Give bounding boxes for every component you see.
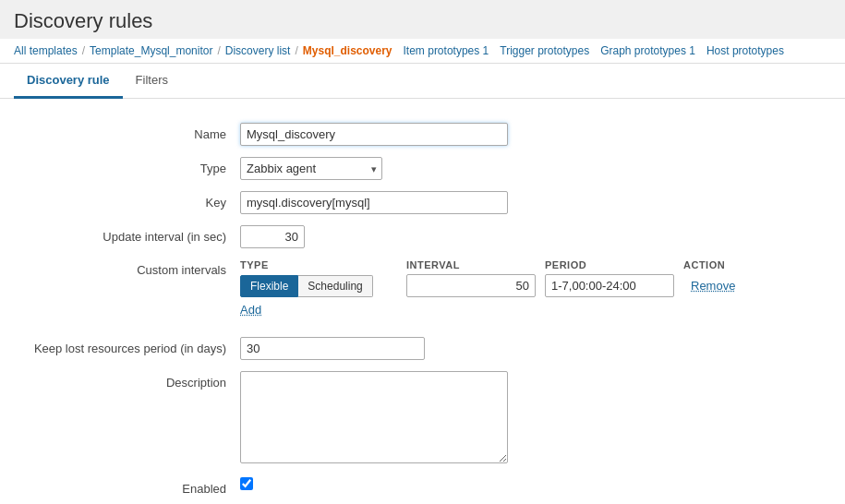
ci-header-interval: INTERVAL [406, 259, 545, 270]
type-control-wrap: Zabbix agent Zabbix agent (active) Simpl… [240, 157, 827, 180]
breadcrumb-discovery-list[interactable]: Discovery list [225, 44, 291, 57]
name-row: Name [18, 117, 827, 151]
page-header: Discovery rules [0, 0, 845, 39]
update-interval-label: Update interval (in sec) [18, 225, 240, 244]
keep-lost-input[interactable] [240, 337, 425, 360]
add-link[interactable]: Add [240, 303, 261, 317]
update-interval-row: Update interval (in sec) [18, 220, 827, 254]
ci-type-buttons: Flexible Scheduling [240, 275, 406, 297]
keep-lost-row: Keep lost resources period (in days) [18, 331, 827, 366]
description-input[interactable] [240, 371, 508, 463]
keep-lost-label: Keep lost resources period (in days) [18, 337, 240, 355]
type-select-wrap: Zabbix agent Zabbix agent (active) Simpl… [240, 157, 382, 180]
ci-row-0: Flexible Scheduling Remove [240, 274, 827, 297]
enabled-checkbox[interactable] [240, 477, 253, 490]
add-link-wrap: Add [240, 297, 827, 317]
breadcrumb-sep1: / [82, 44, 85, 57]
type-label: Type [18, 157, 240, 175]
ci-period-input[interactable] [545, 274, 674, 297]
enabled-label: Enabled [18, 477, 240, 496]
custom-intervals-control-wrap: TYPE INTERVAL PERIOD ACTION Flexible Sch… [240, 259, 827, 317]
name-control-wrap [240, 123, 827, 146]
custom-intervals-row: Custom intervals TYPE INTERVAL PERIOD AC… [18, 254, 827, 322]
ci-header-type: TYPE [240, 259, 406, 270]
name-label: Name [18, 123, 240, 141]
ci-action-wrap: Remove [683, 279, 735, 293]
breadcrumb-sep3: / [295, 44, 297, 57]
type-row: Type Zabbix agent Zabbix agent (active) … [18, 151, 827, 186]
breadcrumb-host-prototypes[interactable]: Host prototypes [706, 44, 784, 57]
update-interval-control-wrap [240, 225, 827, 248]
key-row: Key [18, 186, 827, 220]
breadcrumb-current: Mysql_discovery [303, 44, 392, 57]
breadcrumb-trigger-prototypes[interactable]: Trigger prototypes [500, 44, 589, 57]
breadcrumb: All templates / Template_Mysql_monitor /… [0, 39, 845, 64]
breadcrumb-item-prototypes[interactable]: Item prototypes 1 [404, 44, 489, 57]
tabs-bar: Discovery rule Filters [0, 64, 845, 99]
enabled-control-wrap [240, 477, 827, 490]
breadcrumb-sep2: / [217, 44, 220, 57]
btn-scheduling[interactable]: Scheduling [298, 275, 372, 297]
ci-interval-wrap [406, 274, 545, 297]
breadcrumb-graph-prototypes[interactable]: Graph prototypes 1 [600, 44, 695, 57]
breadcrumb-template[interactable]: Template_Mysql_monitor [90, 44, 212, 57]
ci-period-wrap [545, 274, 683, 297]
enabled-row: Enabled [18, 472, 827, 501]
description-row: Description [18, 366, 827, 472]
ci-header-period: PERIOD [545, 259, 683, 270]
key-input[interactable] [240, 191, 508, 214]
btn-flexible[interactable]: Flexible [240, 275, 298, 297]
key-control-wrap [240, 191, 827, 214]
name-input[interactable] [240, 123, 508, 146]
tab-filters[interactable]: Filters [123, 64, 181, 99]
form-container: Name Type Zabbix agent Zabbix agent (act… [0, 99, 845, 504]
ci-interval-input[interactable] [406, 274, 536, 297]
type-select[interactable]: Zabbix agent Zabbix agent (active) Simpl… [240, 157, 382, 180]
keep-lost-control-wrap [240, 337, 827, 360]
ci-header-action: ACTION [683, 259, 827, 270]
custom-intervals-label: Custom intervals [18, 259, 240, 277]
breadcrumb-all-templates[interactable]: All templates [14, 44, 78, 57]
key-label: Key [18, 191, 240, 210]
tab-discovery-rule[interactable]: Discovery rule [14, 64, 123, 99]
page-title: Discovery rules [14, 9, 831, 33]
remove-link[interactable]: Remove [691, 279, 735, 293]
ci-header: TYPE INTERVAL PERIOD ACTION [240, 259, 827, 274]
enabled-checkbox-wrap [240, 477, 827, 490]
update-interval-input[interactable] [240, 225, 305, 248]
description-control-wrap [240, 371, 827, 466]
description-label: Description [18, 371, 240, 390]
